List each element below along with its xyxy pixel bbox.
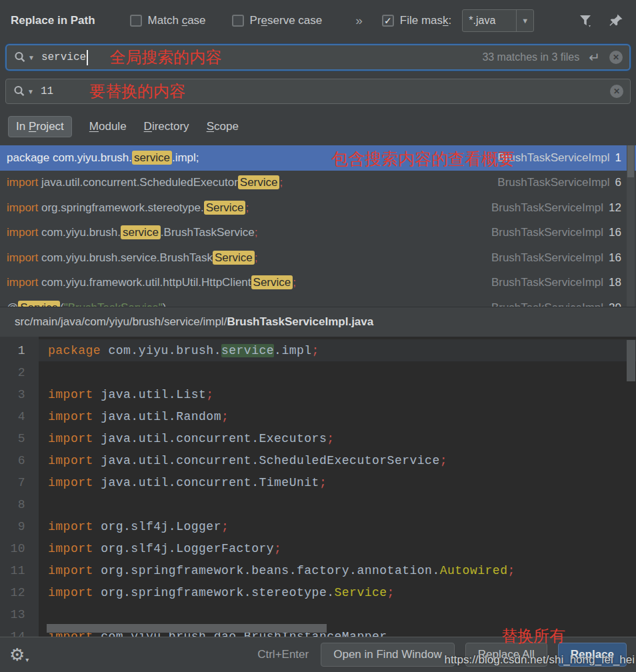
match-case-label: Match case	[148, 14, 206, 27]
tab-scope[interactable]: Scope	[207, 120, 239, 133]
code-segment: com.yiyu.brush.	[38, 226, 121, 239]
result-row[interactable]: @Service("BrushTaskService") .....BrushT…	[0, 295, 636, 307]
result-row[interactable]: import com.yiyu.framework.util.httpUtil.…	[0, 271, 636, 296]
code-segment: org.springframework.stereotype.	[101, 586, 334, 599]
match-highlight: service	[121, 225, 161, 239]
code-line: import org.slf4j.LoggerFactory;	[39, 537, 636, 559]
close-icon: ✕	[613, 53, 619, 62]
code-segment: com.yiyu.brush.	[108, 344, 221, 357]
result-line-number: 16	[609, 251, 621, 265]
code-segment: ;	[293, 276, 296, 289]
preserve-case-checkbox[interactable]: Preserve case	[232, 14, 323, 27]
line-number: 14	[0, 625, 29, 637]
line-number: 11	[0, 559, 29, 581]
code-segment: org.slf4j.Logger	[101, 520, 221, 533]
code-segment: ;	[255, 226, 258, 239]
code-segment: ;	[387, 586, 395, 599]
replace-annotation: 要替换的内容	[89, 81, 185, 102]
dialog-toolbar: Replace in Path Match case Preserve case…	[0, 0, 636, 41]
code-segment: java.util.List	[101, 388, 206, 401]
code-line: import java.util.List;	[39, 383, 636, 405]
result-row[interactable]: import com.yiyu.brush.service.BrushTaskS…	[0, 221, 636, 246]
scope-tabs: In Project Module Directory Scope	[8, 112, 636, 141]
line-number: 9	[0, 515, 29, 537]
more-options-chevron-icon[interactable]: »	[355, 13, 363, 28]
pin-button[interactable]	[608, 13, 624, 29]
filter-button[interactable]	[577, 13, 593, 29]
file-mask-checkbox[interactable]: ✓ File mask:	[382, 14, 451, 27]
clear-search-button[interactable]: ✕	[609, 51, 623, 64]
code-segment: ;	[279, 176, 283, 189]
result-row[interactable]: import org.springframework.stereotype.Se…	[0, 195, 636, 221]
code-segment: import	[48, 454, 101, 467]
code-segment: ;	[312, 344, 319, 357]
tab-directory[interactable]: Directory	[144, 120, 189, 133]
code-segment: Autowired	[440, 564, 508, 577]
editor-code-area: package com.yiyu.brush.service.impl;impo…	[39, 337, 636, 637]
code-segment: java.util.concurrent.Executors	[101, 432, 327, 445]
tab-in-project[interactable]: In Project	[8, 116, 72, 137]
code-segment: import	[48, 564, 101, 577]
gear-icon: ⚙	[9, 646, 25, 663]
combo-dropdown-button[interactable]: ▼	[516, 10, 533, 31]
result-row[interactable]: package com.yiyu.brush.service.impl;Brus…	[0, 145, 636, 171]
code-segment: import	[48, 542, 101, 555]
result-row[interactable]: import com.yiyu.brush.service.BrushTaskS…	[0, 245, 636, 271]
search-query-text: service	[41, 51, 86, 63]
code-segment: com.yiyu.brush.service.BrushTask	[38, 251, 213, 264]
match-highlight: service	[132, 151, 172, 165]
newline-icon[interactable]: ↵	[589, 49, 600, 65]
result-file-name: BrushTaskServiceImpl	[491, 301, 603, 307]
search-results-list: package com.yiyu.brush.service.impl;Brus…	[0, 145, 636, 307]
match-case-checkbox[interactable]: Match case	[130, 14, 206, 27]
match-highlight: service	[221, 344, 274, 357]
search-field[interactable]: ▼ service 全局搜索的内容 33 matches in 3 files …	[5, 44, 631, 71]
tab-module[interactable]: Module	[89, 120, 127, 133]
code-line: import org.slf4j.Logger;	[39, 515, 636, 537]
code-segment: import	[48, 520, 101, 533]
pin-icon	[608, 13, 624, 29]
replace-button[interactable]: Replace	[558, 643, 627, 667]
search-icon	[13, 51, 27, 64]
code-segment: import	[7, 251, 38, 264]
editor-vertical-scrollbar[interactable]	[627, 340, 635, 381]
result-file-name: BrushTaskServiceImpl	[491, 251, 603, 265]
code-segment: ;	[327, 432, 334, 445]
code-segment: import	[48, 586, 101, 599]
result-file-name: BrushTaskServiceImpl	[491, 201, 603, 215]
code-segment: ;	[221, 410, 229, 423]
file-path-prefix: src/main/java/com/yiyu/brush/service/imp…	[15, 315, 227, 329]
code-segment: org.springframework.beans.factory.annota…	[101, 564, 440, 577]
line-number: 6	[0, 449, 29, 471]
code-line: import org.springframework.stereotype.Se…	[39, 581, 636, 603]
code-segment: import	[48, 388, 101, 401]
close-icon: ✕	[613, 87, 620, 96]
match-count-label: 33 matches in 3 files	[482, 51, 579, 63]
open-in-find-window-button[interactable]: Open in Find Window	[321, 643, 455, 667]
search-options-button[interactable]: ▼	[13, 51, 35, 64]
result-file-name: BrushTaskServiceImpl	[497, 176, 609, 189]
replace-field[interactable]: ▼ 11 要替换的内容 ✕	[5, 79, 631, 104]
match-highlight: Service	[238, 175, 280, 189]
results-scrollbar[interactable]	[627, 145, 635, 307]
code-segment: import	[7, 201, 38, 214]
line-number: 3	[0, 383, 29, 405]
code-editor[interactable]: package com.yiyu.brush.service.impl;impo…	[0, 337, 636, 637]
replace-all-button[interactable]: Replace All	[465, 643, 547, 667]
scrollbar-thumb[interactable]	[627, 145, 634, 177]
code-line	[39, 493, 636, 515]
line-number: 1	[0, 339, 29, 361]
code-segment: ;	[255, 251, 258, 264]
file-mask-combo[interactable]: *.java ▼	[462, 9, 534, 32]
file-mask-value: *.java	[463, 15, 516, 27]
result-row[interactable]: import java.util.concurrent.ScheduledExe…	[0, 171, 636, 196]
settings-button[interactable]: ⚙ ▾	[9, 646, 29, 663]
code-segment: com.yiyu.framework.util.httpUtil.HttpCli…	[38, 276, 251, 289]
code-line: import java.util.Random;	[39, 405, 636, 427]
editor-horizontal-scrollbar[interactable]	[47, 624, 327, 633]
clear-replace-button[interactable]: ✕	[610, 85, 623, 98]
replace-options-button[interactable]: ▼	[13, 85, 34, 98]
result-line-number: 1	[615, 151, 621, 165]
result-line-number: 20	[609, 301, 621, 307]
code-segment: org.slf4j.LoggerFactory	[101, 542, 274, 555]
